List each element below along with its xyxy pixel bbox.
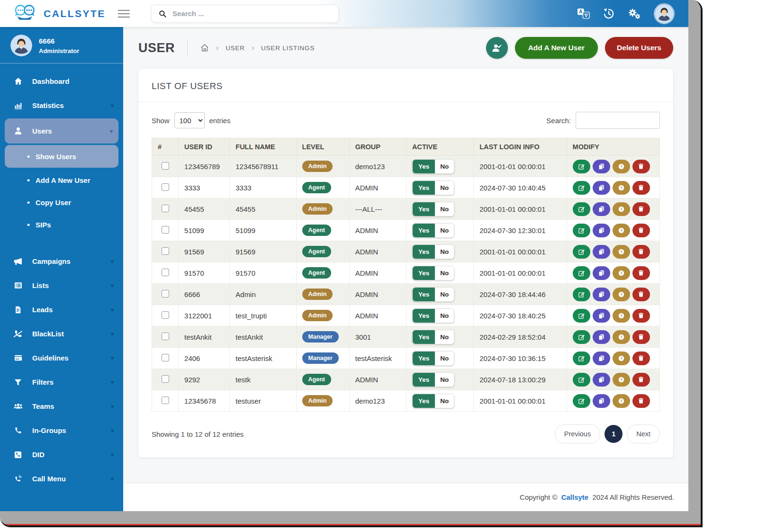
row-checkbox[interactable]: [162, 333, 169, 340]
history-button[interactable]: [613, 352, 630, 365]
row-checkbox[interactable]: [162, 226, 169, 234]
add-user-button[interactable]: Add A New User: [515, 37, 598, 59]
sidebar-item-statistics[interactable]: Statistics▾: [0, 93, 123, 117]
toggle-no[interactable]: No: [435, 309, 454, 323]
delete-button[interactable]: [632, 373, 650, 387]
edit-button[interactable]: [573, 266, 590, 280]
edit-button[interactable]: [573, 394, 590, 408]
toggle-yes[interactable]: Yes: [413, 352, 435, 365]
edit-button[interactable]: [573, 288, 590, 301]
edit-button[interactable]: [573, 224, 590, 237]
toggle-yes[interactable]: Yes: [413, 394, 435, 408]
toggle-yes[interactable]: Yes: [413, 288, 435, 301]
history-button[interactable]: [613, 288, 630, 301]
next-page-button[interactable]: Next: [627, 424, 660, 443]
toggle-no[interactable]: No: [435, 288, 454, 301]
home-icon[interactable]: [200, 43, 209, 53]
delete-button[interactable]: [632, 330, 650, 344]
sidebar-item-call-menu[interactable]: Call Menu▾: [0, 467, 123, 491]
column-header-[interactable]: #: [152, 138, 179, 156]
delete-button[interactable]: [632, 309, 650, 323]
edit-button[interactable]: [573, 330, 590, 344]
history-button[interactable]: [613, 245, 630, 259]
delete-button[interactable]: [632, 202, 650, 216]
copy-button[interactable]: [593, 352, 610, 365]
history-button[interactable]: [613, 160, 630, 173]
row-checkbox[interactable]: [162, 290, 169, 298]
translate-icon[interactable]: A: [577, 8, 590, 19]
toggle-yes[interactable]: Yes: [413, 181, 435, 195]
column-header-group[interactable]: GROUP: [349, 138, 406, 156]
toggle-no[interactable]: No: [435, 266, 454, 280]
sidebar-item-users[interactable]: Users▾: [5, 118, 118, 144]
row-checkbox[interactable]: [162, 397, 169, 404]
menu-toggle-icon[interactable]: [117, 9, 130, 18]
delete-button[interactable]: [632, 266, 650, 280]
copy-button[interactable]: [593, 245, 610, 259]
table-search-input[interactable]: [576, 112, 660, 129]
edit-button[interactable]: [573, 181, 590, 195]
toggle-no[interactable]: No: [435, 373, 454, 387]
row-checkbox[interactable]: [162, 205, 169, 212]
settings-gears-icon[interactable]: [628, 8, 641, 19]
edit-button[interactable]: [573, 160, 590, 173]
edit-button[interactable]: [573, 373, 590, 387]
edit-button[interactable]: [573, 245, 590, 259]
copy-button[interactable]: [593, 288, 610, 301]
toggle-no[interactable]: No: [435, 394, 454, 408]
column-header-user-id[interactable]: USER ID: [179, 138, 230, 156]
copy-button[interactable]: [593, 330, 610, 344]
column-header-active[interactable]: ACTIVE: [406, 138, 473, 156]
sidebar-item-blacklist[interactable]: BlackList▾: [0, 322, 123, 346]
row-checkbox[interactable]: [162, 375, 169, 383]
toggle-yes[interactable]: Yes: [413, 202, 435, 216]
current-page[interactable]: 1: [605, 425, 623, 443]
sidebar-subitem-add-a-new-user[interactable]: •Add A New User: [0, 169, 123, 191]
row-checkbox[interactable]: [162, 183, 169, 191]
history-button[interactable]: [613, 394, 630, 408]
edit-button[interactable]: [573, 352, 590, 365]
footer-brand-link[interactable]: Callsyte: [561, 493, 589, 501]
delete-button[interactable]: [632, 245, 650, 259]
row-checkbox[interactable]: [162, 311, 169, 319]
toggle-no[interactable]: No: [435, 181, 454, 195]
sidebar-item-campaigns[interactable]: Campaigns▾: [0, 249, 123, 273]
toggle-yes[interactable]: Yes: [413, 373, 435, 387]
copy-button[interactable]: [593, 224, 610, 237]
column-header-last-login-info[interactable]: LAST LOGIN INFO: [474, 138, 567, 156]
delete-users-button[interactable]: Delete Users: [605, 37, 673, 59]
delete-button[interactable]: [632, 224, 650, 237]
avatar[interactable]: [654, 3, 675, 24]
page-length-select[interactable]: 100: [174, 112, 205, 128]
history-button[interactable]: [613, 309, 630, 323]
toggle-yes[interactable]: Yes: [413, 266, 435, 280]
breadcrumb-user[interactable]: USER: [226, 45, 245, 52]
sidebar-item-guidelines[interactable]: Guidelines▾: [0, 346, 123, 370]
search-input[interactable]: [171, 9, 332, 18]
copy-button[interactable]: [593, 266, 610, 280]
copy-button[interactable]: [593, 202, 610, 216]
history-button[interactable]: [613, 373, 630, 387]
sidebar-item-did[interactable]: DID▾: [0, 442, 123, 467]
global-search[interactable]: [151, 5, 339, 23]
toggle-yes[interactable]: Yes: [413, 224, 435, 237]
toggle-yes[interactable]: Yes: [413, 245, 435, 259]
delete-button[interactable]: [632, 352, 650, 365]
sidebar-item-filters[interactable]: Filters▾: [0, 370, 123, 394]
copy-button[interactable]: [593, 309, 610, 323]
row-checkbox[interactable]: [162, 162, 169, 170]
column-header-modify[interactable]: MODIFY: [567, 138, 659, 156]
history-button[interactable]: [613, 330, 630, 344]
sidebar-subitem-show-users[interactable]: •Show Users: [5, 145, 118, 168]
toggle-no[interactable]: No: [435, 352, 454, 365]
copy-button[interactable]: [593, 160, 610, 173]
sidebar-item-in-groups[interactable]: In-Groups▾: [0, 418, 123, 442]
delete-button[interactable]: [632, 288, 650, 301]
user-check-button[interactable]: [486, 37, 508, 59]
history-button[interactable]: [613, 202, 630, 216]
history-button[interactable]: [613, 224, 630, 237]
copy-button[interactable]: [593, 373, 610, 387]
sidebar-item-leads[interactable]: Leads▾: [0, 298, 123, 322]
toggle-no[interactable]: No: [435, 245, 454, 259]
delete-button[interactable]: [632, 181, 650, 195]
